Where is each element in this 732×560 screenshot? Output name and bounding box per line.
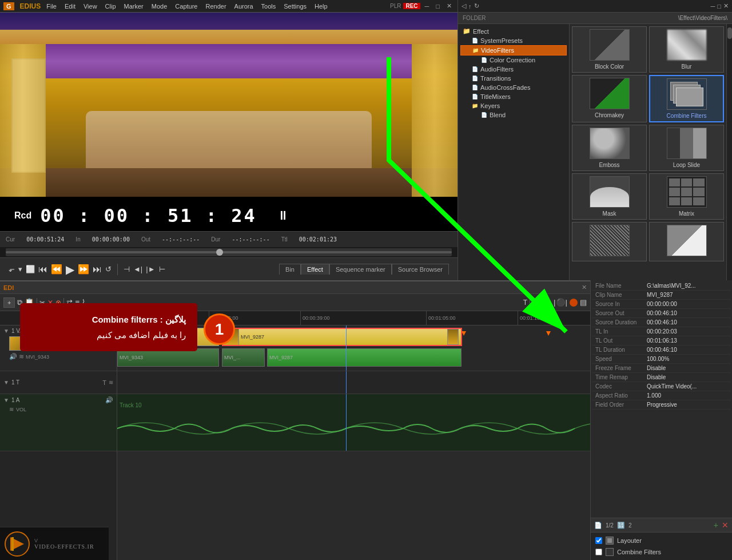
tl-settings-btn[interactable]: ⚙ xyxy=(532,298,539,307)
play-btn[interactable]: ▶ xyxy=(66,263,74,276)
tree-item-audiofilters[interactable]: 📄 AudioFilters xyxy=(460,65,567,74)
tree-item-systempresets[interactable]: 📄 SystemPresets xyxy=(460,36,567,45)
a-expand-btn[interactable]: ▼ xyxy=(3,397,9,403)
va-lock-btn[interactable]: ≋ xyxy=(19,353,24,360)
tab-sequence-marker[interactable]: Sequence marker xyxy=(329,264,392,275)
props-add-btn[interactable]: + xyxy=(714,521,718,530)
va-expand-btn[interactable]: ▼ xyxy=(3,328,9,334)
clip-mvi-short[interactable]: MVI_... xyxy=(222,348,265,367)
tl-zoom-out-btn[interactable]: T xyxy=(523,299,527,307)
combine-checkbox[interactable] xyxy=(595,549,602,555)
close-icon[interactable]: ✕ xyxy=(444,2,454,10)
tl-audio-btn[interactable]: 🎵 xyxy=(542,298,551,307)
t-track-name: 1 T xyxy=(11,379,19,386)
brand-url: VIDEO-EFFECTS.IR xyxy=(34,543,94,550)
va-mute-btn[interactable]: 🔊 xyxy=(9,353,17,360)
dur-label: Dur xyxy=(211,236,220,243)
tab-source-browser[interactable]: Source Browser xyxy=(392,264,449,275)
tree-item-effect[interactable]: 📁 Effect xyxy=(460,26,567,36)
minimize-icon[interactable]: ─ xyxy=(423,3,432,10)
a-vol-btn[interactable]: ≋ xyxy=(9,406,14,412)
tl-add-track-btn[interactable]: + xyxy=(3,297,15,308)
edius-header: G EDIUS File Edit View Clip Marker Mode … xyxy=(0,0,458,13)
stop-btn[interactable]: ⬜ xyxy=(26,265,35,273)
in-value: 00:00:00:00 xyxy=(92,236,130,243)
menu-clip[interactable]: Clip xyxy=(103,2,118,11)
t-expand-btn[interactable]: ▼ xyxy=(3,379,9,386)
goto-out-btn[interactable]: |► xyxy=(146,265,155,273)
annotation-subtitle: را به فیلم اضافه می کنیم xyxy=(31,327,186,343)
tl-more-btn[interactable]: ▤ xyxy=(580,298,587,307)
tl-color-btn[interactable] xyxy=(570,299,578,307)
folder-label: FOLDER xyxy=(463,15,486,21)
tab-bin[interactable]: Bin xyxy=(279,264,301,275)
set-in-btn[interactable]: ⊣ xyxy=(124,265,130,273)
effect-matrix[interactable]: Matrix xyxy=(649,173,724,220)
tree-item-blend[interactable]: 📄 Blend xyxy=(460,110,567,120)
effect-emboss[interactable]: Emboss xyxy=(572,125,647,171)
tree-item-transitions[interactable]: 📄 Transitions xyxy=(460,74,567,83)
a-track-content: Track 10 xyxy=(117,394,590,451)
effects-minimize-icon[interactable]: ─ xyxy=(711,3,715,10)
effects-maximize-icon[interactable]: □ xyxy=(717,3,721,10)
effect-chromakey[interactable]: Chromakey xyxy=(572,75,647,122)
scrubber-bar[interactable] xyxy=(6,248,452,256)
brand-tagline: V xyxy=(34,538,94,543)
tree-item-audiocrossfades[interactable]: 📄 AudioCrossFades xyxy=(460,83,567,92)
rewind-btn[interactable]: ⏮ xyxy=(38,264,47,275)
loop-btn[interactable]: ↺ xyxy=(105,265,112,273)
goto-in-btn[interactable]: ◄| xyxy=(133,265,142,273)
prop-fieldorder: Field Order Progressive xyxy=(592,400,731,410)
a-mute-btn[interactable]: 🔊 xyxy=(105,396,113,404)
effects-path: FOLDER \Effect\VideoFilters\ xyxy=(458,13,732,24)
effect-block-color[interactable]: Block Color xyxy=(572,26,647,73)
folder-nav-icon[interactable]: ◁ xyxy=(462,2,466,10)
tree-item-titlemixers[interactable]: 📄 TitleMixers xyxy=(460,92,567,101)
prop-freeze: Freeze Frame Disable xyxy=(592,364,731,373)
tree-item-colorcorrection[interactable]: 📄 Color Correction xyxy=(460,55,567,65)
filter-combine[interactable]: Combine Filters xyxy=(593,546,730,558)
step-back-btn[interactable]: ⏪ xyxy=(51,264,62,275)
effect-matrix-label: Matrix xyxy=(679,211,694,217)
maximize-icon[interactable]: □ xyxy=(433,3,442,10)
clip-mvi9287-video[interactable]: MVI_9287 xyxy=(222,328,462,346)
menu-capture[interactable]: Capture xyxy=(173,2,200,11)
prop-sourcedur: Source Duration 00:00:46:10 xyxy=(592,318,731,327)
menu-render[interactable]: Render xyxy=(203,2,228,11)
effect-blur[interactable]: Blur xyxy=(649,26,724,73)
menu-file[interactable]: File xyxy=(44,2,59,11)
menu-tools[interactable]: Tools xyxy=(259,2,279,11)
effect-noise[interactable] xyxy=(572,222,647,261)
set-out-btn[interactable]: ⊢ xyxy=(159,265,165,273)
video-panel: G EDIUS File Edit View Clip Marker Mode … xyxy=(0,0,458,280)
timeline-close-icon[interactable]: ✕ xyxy=(582,284,587,291)
clip-mvi9287-audio[interactable]: MVI_9287 xyxy=(267,348,462,367)
effect-combine-filters[interactable]: Combine Filters xyxy=(649,75,724,122)
menu-help[interactable]: Help xyxy=(312,2,330,11)
mark-out-btn[interactable]: ▾ xyxy=(18,265,22,273)
menu-mode[interactable]: Mode xyxy=(149,2,170,11)
effects-close-icon[interactable]: ✕ xyxy=(723,2,729,10)
effect-mask[interactable]: Mask xyxy=(572,173,647,220)
layouter-checkbox[interactable] xyxy=(595,537,602,544)
effect-loopslide[interactable]: Loop Slide xyxy=(649,125,724,171)
effect-fold[interactable] xyxy=(649,222,724,261)
filter-layouter[interactable]: Layouter xyxy=(593,535,730,546)
prop-sourceout: Source Out 00:00:46:10 xyxy=(592,309,731,318)
mark-in-btn[interactable]: ⬐ xyxy=(9,265,15,273)
menu-edit[interactable]: Edit xyxy=(62,2,78,11)
menu-view[interactable]: View xyxy=(81,2,100,11)
step-fwd-btn[interactable]: ⏩ xyxy=(78,264,89,275)
menu-settings[interactable]: Settings xyxy=(281,2,309,11)
t-edit-btn[interactable]: ≋ xyxy=(109,379,113,386)
menu-aurora[interactable]: Aurora xyxy=(232,2,256,11)
tl-mix-btn[interactable]: |⚫| xyxy=(554,298,567,307)
folder-refresh-icon[interactable]: ↻ xyxy=(474,2,479,10)
fast-fwd-btn[interactable]: ⏭ xyxy=(93,264,102,275)
menu-marker[interactable]: Marker xyxy=(122,2,146,11)
tree-item-keyers[interactable]: 📁 Keyers xyxy=(460,101,567,110)
props-remove-btn[interactable]: ✕ xyxy=(722,521,729,530)
folder-up-icon[interactable]: ↑ xyxy=(468,3,472,10)
tab-effect[interactable]: Effect xyxy=(301,264,329,275)
tree-item-videofilters[interactable]: 📁 VideoFilters xyxy=(460,45,567,55)
